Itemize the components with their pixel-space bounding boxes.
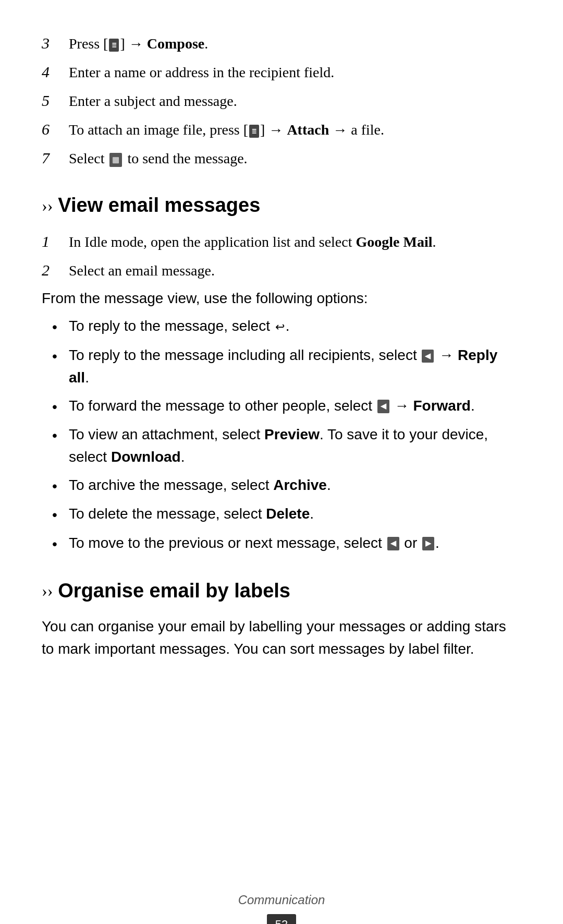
bullet-archive-text: To archive the message, select Archive. xyxy=(69,474,521,496)
step-7-text: Select ▦ to send the message. xyxy=(69,148,521,170)
step-5: 5 Enter a subject and message. xyxy=(42,89,521,112)
chevron-icon-1: ›› xyxy=(42,193,53,218)
bullet-archive: • To archive the message, select Archive… xyxy=(52,474,521,497)
send-icon: ▦ xyxy=(109,153,122,167)
section1-title: View email messages xyxy=(58,190,260,220)
menu-icon-6: ≡ xyxy=(249,125,259,138)
step-number-4: 4 xyxy=(42,60,69,83)
bullet-delete-text: To delete the message, select Delete. xyxy=(69,502,521,525)
compose-bold: Compose xyxy=(147,35,204,52)
step-5-text: Enter a subject and message. xyxy=(69,90,521,112)
bullet-dot-6: • xyxy=(52,503,65,526)
forward-icon: ◀ xyxy=(377,400,389,413)
step-7: 7 Select ▦ to send the message. xyxy=(42,146,521,170)
reply-all-icon: ◀ xyxy=(422,350,434,363)
page-wrapper: 3 Press [≡] → Compose. 4 Enter a name or… xyxy=(42,31,521,924)
footer-page-number: 52 xyxy=(267,914,296,924)
section1-bullet-list: • To reply to the message, select ↩. • T… xyxy=(52,315,521,555)
bullet-dot-4: • xyxy=(52,424,65,447)
bullet-reply-all-text: To reply to the message including all re… xyxy=(69,344,521,389)
step-number-7: 7 xyxy=(42,146,69,170)
bullet-dot-5: • xyxy=(52,475,65,497)
section2-body-text: You can organise your email by labelling… xyxy=(42,615,521,661)
bullet-delete: • To delete the message, select Delete. xyxy=(52,502,521,526)
step-6: 6 To attach an image file, press [≡] → A… xyxy=(42,117,521,141)
or-text: or xyxy=(404,535,417,551)
bullet-reply-all: • To reply to the message including all … xyxy=(52,344,521,389)
step-4-text: Enter a name or address in the recipient… xyxy=(69,62,521,83)
step-number-6: 6 xyxy=(42,117,69,141)
section1-step-number-2: 2 xyxy=(42,258,69,282)
bullet-forward-text: To forward the message to other people, … xyxy=(69,394,521,417)
download-bold: Download xyxy=(111,449,181,465)
bullet-reply-text: To reply to the message, select ↩. xyxy=(69,315,521,337)
step-number-3: 3 xyxy=(42,31,69,55)
section1-step-1: 1 In Idle mode, open the application lis… xyxy=(42,230,521,253)
reply-icon: ↩ xyxy=(275,318,285,336)
bullet-navigate-text: To move to the previous or next message,… xyxy=(69,532,521,554)
attach-bold: Attach xyxy=(287,122,329,138)
forward-bold: Forward xyxy=(413,398,470,414)
next-nav-btn: ▶ xyxy=(422,537,434,550)
bullet-dot-3: • xyxy=(52,395,65,418)
section1-heading: ›› View email messages xyxy=(42,190,521,220)
footer-label: Communication xyxy=(42,891,521,909)
bullet-dot-7: • xyxy=(52,533,65,555)
bullet-dot-2: • xyxy=(52,345,65,367)
section1-step-2: 2 Select an email message. xyxy=(42,258,521,282)
section1-steps: 1 In Idle mode, open the application lis… xyxy=(42,230,521,282)
step-3: 3 Press [≡] → Compose. xyxy=(42,31,521,55)
section1-intro-text: From the message view, use the following… xyxy=(42,287,521,309)
bullet-navigate: • To move to the previous or next messag… xyxy=(52,532,521,555)
step-3-text: Press [≡] → Compose. xyxy=(69,33,521,55)
section1-step-2-text: Select an email message. xyxy=(69,260,521,282)
google-mail-bold: Google Mail xyxy=(356,234,433,250)
bullet-attachment-text: To view an attachment, select Preview. T… xyxy=(69,423,521,469)
step-4: 4 Enter a name or address in the recipie… xyxy=(42,60,521,83)
bullet-dot-1: • xyxy=(52,316,65,338)
chevron-icon-2: ›› xyxy=(42,578,53,603)
section2-title: Organise email by labels xyxy=(58,576,290,606)
section2-heading: ›› Organise email by labels xyxy=(42,576,521,606)
initial-steps: 3 Press [≡] → Compose. 4 Enter a name or… xyxy=(42,31,521,170)
step-number-5: 5 xyxy=(42,89,69,112)
prev-nav-btn: ◀ xyxy=(387,537,399,550)
bullet-reply: • To reply to the message, select ↩. xyxy=(52,315,521,338)
page-footer: Communication 52 xyxy=(42,891,521,924)
step-6-text: To attach an image file, press [≡] → Att… xyxy=(69,119,521,141)
bullet-forward: • To forward the message to other people… xyxy=(52,394,521,418)
delete-bold: Delete xyxy=(266,506,310,522)
menu-icon-3: ≡ xyxy=(109,39,119,52)
section1-step-1-text: In Idle mode, open the application list … xyxy=(69,231,521,253)
section1-step-number-1: 1 xyxy=(42,230,69,253)
preview-bold: Preview xyxy=(264,426,320,442)
archive-bold: Archive xyxy=(273,477,327,493)
bullet-attachment: • To view an attachment, select Preview.… xyxy=(52,423,521,469)
